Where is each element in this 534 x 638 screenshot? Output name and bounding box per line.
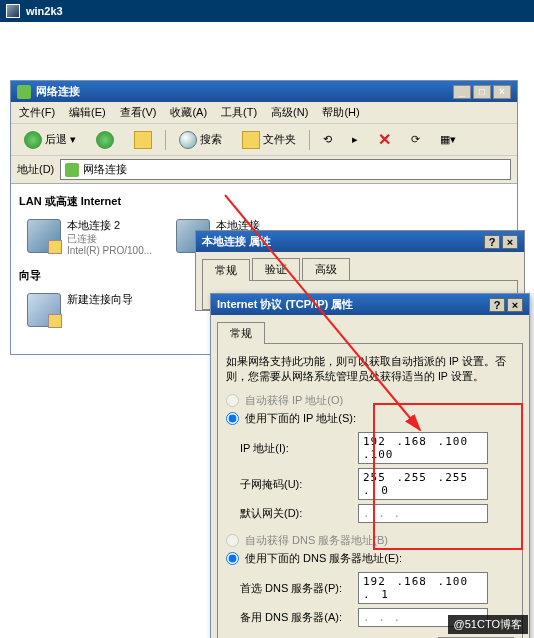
toolbar: 后退 ▾ 搜索 文件夹 ⟲ ▸ ✕ ⟳ ▦▾ (11, 124, 517, 156)
address-bar: 地址(D) 网络连接 (11, 156, 517, 184)
subnet-mask-input[interactable]: 255 .255 .255 . 0 (358, 468, 488, 500)
menu-tools[interactable]: 工具(T) (221, 105, 257, 120)
conn2-status: 已连接 (67, 233, 152, 246)
explorer-title-bar[interactable]: 网络连接 _ □ × (11, 81, 517, 102)
auto-dns-row: 自动获得 DNS 服务器地址(B) (226, 533, 514, 548)
dlg2-tab-general[interactable]: 常规 (217, 322, 265, 344)
tool-button-1[interactable]: ⟲ (316, 130, 339, 149)
dlg2-panel: 如果网络支持此功能，则可以获取自动指派的 IP 设置。否则，您需要从网络系统管理… (217, 343, 523, 638)
folders-button[interactable]: 文件夹 (235, 128, 303, 152)
forward-button[interactable] (89, 128, 121, 152)
use-ip-row[interactable]: 使用下面的 IP 地址(S): (226, 411, 514, 426)
dlg1-title-bar[interactable]: 本地连接 属性 ?× (196, 231, 524, 252)
dlg2-title: Internet 协议 (TCP/IP) 属性 (217, 297, 353, 312)
tab-general[interactable]: 常规 (202, 259, 250, 281)
folders-label: 文件夹 (263, 132, 296, 147)
primary-dns-input[interactable]: 192 .168 .100 . 1 (358, 572, 488, 604)
address-label: 地址(D) (17, 162, 54, 177)
subnet-mask-label: 子网掩码(U): (240, 477, 350, 492)
auto-ip-label: 自动获得 IP 地址(O) (245, 393, 343, 408)
up-folder-icon (134, 131, 152, 149)
local-connection-2[interactable]: 本地连接 2 已连接 Intel(R) PRO/100... (27, 219, 152, 258)
address-value: 网络连接 (83, 162, 127, 177)
menu-view[interactable]: 查看(V) (120, 105, 157, 120)
menu-help[interactable]: 帮助(H) (322, 105, 359, 120)
menu-favorites[interactable]: 收藏(A) (170, 105, 207, 120)
use-ip-label: 使用下面的 IP 地址(S): (245, 411, 356, 426)
explorer-title-text: 网络连接 (36, 84, 80, 99)
use-dns-radio[interactable] (226, 552, 239, 565)
auto-dns-label: 自动获得 DNS 服务器地址(B) (245, 533, 388, 548)
alt-dns-label: 备用 DNS 服务器(A): (240, 610, 350, 625)
tab-auth[interactable]: 验证 (252, 258, 300, 280)
menu-file[interactable]: 文件(F) (19, 105, 55, 120)
menu-edit[interactable]: 编辑(E) (69, 105, 106, 120)
vm-title-text: win2k3 (26, 5, 63, 17)
back-label: 后退 (45, 132, 67, 147)
vm-monitor-icon (6, 4, 20, 18)
search-button[interactable]: 搜索 (172, 128, 229, 152)
dlg1-help-button[interactable]: ? (484, 235, 500, 249)
use-ip-radio[interactable] (226, 412, 239, 425)
dlg2-title-bar[interactable]: Internet 协议 (TCP/IP) 属性 ?× (211, 294, 529, 315)
tool-button-2[interactable]: ▸ (345, 130, 365, 149)
search-icon (179, 131, 197, 149)
tool-button-delete[interactable]: ✕ (371, 127, 398, 152)
address-field[interactable]: 网络连接 (60, 159, 511, 180)
minimize-button[interactable]: _ (453, 85, 471, 99)
tool-button-3[interactable]: ⟳ (404, 130, 427, 149)
ip-address-input[interactable]: 192 .168 .100 .100 (358, 432, 488, 464)
conn2-device: Intel(R) PRO/100... (67, 245, 152, 258)
auto-dns-radio (226, 534, 239, 547)
auto-ip-radio[interactable] (226, 394, 239, 407)
delete-x-icon: ✕ (378, 130, 391, 149)
back-button[interactable]: 后退 ▾ (17, 128, 83, 152)
address-network-icon (65, 163, 79, 177)
wizard-label: 新建连接向导 (67, 293, 133, 307)
connection-icon (27, 219, 61, 253)
tool-button-view[interactable]: ▦▾ (433, 130, 463, 149)
dlg1-title: 本地连接 属性 (202, 234, 271, 249)
network-icon (17, 85, 31, 99)
dlg2-help-button[interactable]: ? (489, 298, 505, 312)
primary-dns-label: 首选 DNS 服务器(P): (240, 581, 350, 596)
tab-advanced[interactable]: 高级 (302, 258, 350, 280)
watermark: @51CTO博客 (448, 615, 528, 634)
use-dns-row[interactable]: 使用下面的 DNS 服务器地址(E): (226, 551, 514, 566)
back-arrow-icon (24, 131, 42, 149)
section-lan: LAN 或高速 Internet (17, 190, 511, 213)
wizard-icon (27, 293, 61, 327)
use-dns-label: 使用下面的 DNS 服务器地址(E): (245, 551, 402, 566)
window-controls: _ □ × (453, 85, 511, 99)
new-connection-wizard[interactable]: 新建连接向导 (27, 293, 133, 327)
conn2-name: 本地连接 2 (67, 219, 152, 233)
dlg1-close-button[interactable]: × (502, 235, 518, 249)
gateway-label: 默认网关(D): (240, 506, 350, 521)
menu-bar: 文件(F) 编辑(E) 查看(V) 收藏(A) 工具(T) 高级(N) 帮助(H… (11, 102, 517, 124)
dlg2-close-button[interactable]: × (507, 298, 523, 312)
vm-title-bar: win2k3 (0, 0, 534, 22)
gateway-input[interactable]: . . . (358, 504, 488, 523)
dlg1-tabs: 常规 验证 高级 (196, 252, 524, 280)
up-button[interactable] (127, 128, 159, 152)
search-label: 搜索 (200, 132, 222, 147)
dlg2-help-text: 如果网络支持此功能，则可以获取自动指派的 IP 设置。否则，您需要从网络系统管理… (226, 354, 514, 383)
maximize-button[interactable]: □ (473, 85, 491, 99)
forward-arrow-icon (96, 131, 114, 149)
folder-icon (242, 131, 260, 149)
close-button[interactable]: × (493, 85, 511, 99)
ip-address-label: IP 地址(I): (240, 441, 350, 456)
menu-advanced[interactable]: 高级(N) (271, 105, 308, 120)
tcpip-properties-dialog: Internet 协议 (TCP/IP) 属性 ?× 常规 如果网络支持此功能，… (210, 293, 530, 638)
auto-ip-row[interactable]: 自动获得 IP 地址(O) (226, 393, 514, 408)
